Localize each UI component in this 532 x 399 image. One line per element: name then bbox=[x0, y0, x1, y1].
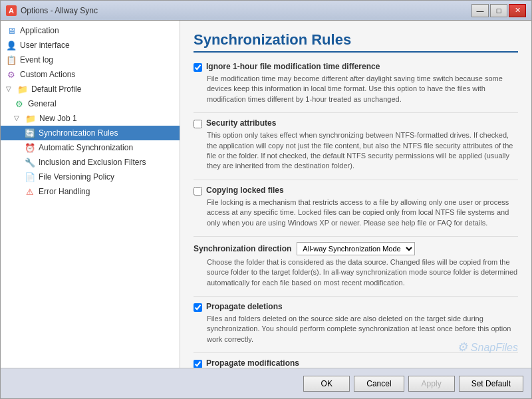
sidebar-label-error-handling: Error Handling bbox=[39, 187, 90, 196]
sidebar-label-inclusion-exclusion: Inclusion and Exclusion Filters bbox=[39, 158, 146, 167]
sidebar-item-error-handling[interactable]: ⚠ Error Handling bbox=[1, 184, 180, 199]
option-security-attributes: Security attributes This option only tak… bbox=[194, 118, 518, 172]
sidebar-label-sync-rules: Synchronization Rules bbox=[39, 128, 118, 138]
sidebar-label-user-interface: User interface bbox=[20, 41, 70, 50]
divider-4 bbox=[194, 296, 518, 297]
sidebar-item-general[interactable]: ⚙ General bbox=[1, 96, 180, 111]
option-security-header: Security attributes bbox=[194, 118, 518, 128]
maximize-button[interactable]: □ bbox=[490, 4, 507, 17]
sidebar-label-default-profile: Default Profile bbox=[31, 84, 81, 94]
sidebar-label-general: General bbox=[28, 99, 57, 108]
sidebar-item-event-log[interactable]: 📋 Event log bbox=[1, 53, 180, 67]
default-profile-icon: 📁 bbox=[17, 84, 28, 94]
sidebar-label-application: Application bbox=[20, 26, 59, 35]
option-propagate-deletions-header: Propagate deletions bbox=[194, 302, 518, 312]
expand-icon-new-job-1: ▽ bbox=[14, 114, 22, 122]
checkbox-ignore-1hour[interactable] bbox=[194, 63, 202, 72]
auto-sync-icon: ⏰ bbox=[25, 142, 35, 153]
window-controls: — □ ✕ bbox=[471, 4, 526, 17]
desc-sync-direction: Choose the folder that is considered as … bbox=[207, 257, 518, 288]
window-title: Options - Allway Sync bbox=[21, 6, 98, 15]
cancel-button[interactable]: Cancel bbox=[354, 376, 404, 392]
apply-button[interactable]: Apply bbox=[408, 376, 455, 392]
new-job-1-icon: 📁 bbox=[25, 113, 36, 124]
label-copying-locked: Copying locked files bbox=[206, 186, 284, 195]
general-icon: ⚙ bbox=[14, 98, 25, 109]
app-icon: A bbox=[6, 5, 17, 16]
user-interface-icon: 👤 bbox=[6, 40, 17, 51]
divider-1 bbox=[194, 112, 518, 113]
desc-security-attributes: This option only takes effect when synch… bbox=[207, 130, 518, 172]
sidebar-item-file-versioning[interactable]: 📄 File Versioning Policy bbox=[1, 170, 180, 184]
close-button[interactable]: ✕ bbox=[509, 4, 526, 17]
sidebar-item-application[interactable]: 🖥 Application bbox=[1, 23, 180, 38]
label-propagate-deletions: Propagate deletions bbox=[206, 302, 283, 311]
main-content: 🖥 Application 👤 User interface 📋 Event l… bbox=[1, 21, 531, 368]
sidebar-label-new-job-1: New Job 1 bbox=[39, 114, 77, 123]
sync-direction-row: Synchronization direction All-way Synchr… bbox=[194, 242, 518, 255]
ok-button[interactable]: OK bbox=[303, 376, 350, 392]
sidebar-label-event-log: Event log bbox=[20, 55, 53, 65]
option-propagate-deletions: Propagate deletions Files and folders de… bbox=[194, 302, 518, 344]
option-sync-direction: Synchronization direction All-way Synchr… bbox=[194, 242, 518, 288]
sync-direction-select[interactable]: All-way Synchronization Mode Left to Rig… bbox=[297, 242, 415, 255]
title-bar: A Options - Allway Sync — □ ✕ bbox=[1, 1, 531, 21]
sidebar-item-sync-rules[interactable]: 🔄 Synchronization Rules bbox=[1, 126, 180, 140]
desc-ignore-1hour: File modification time may become differ… bbox=[207, 74, 518, 104]
filter-icon: 🔧 bbox=[25, 157, 35, 168]
label-propagate-modifications: Propagate modifications bbox=[206, 358, 299, 368]
option-ignore-1hour: Ignore 1-hour file modification time dif… bbox=[194, 62, 518, 104]
error-handling-icon: ⚠ bbox=[25, 186, 35, 197]
option-copying-locked-header: Copying locked files bbox=[194, 186, 518, 196]
footer: OK Cancel Apply Set Default bbox=[1, 368, 531, 398]
sidebar-item-user-interface[interactable]: 👤 User interface bbox=[1, 38, 180, 53]
divider-2 bbox=[194, 180, 518, 180]
expand-icon-default-profile: ▽ bbox=[6, 85, 14, 93]
sync-direction-label: Synchronization direction bbox=[194, 244, 291, 253]
checkbox-copying-locked[interactable] bbox=[194, 187, 202, 196]
sidebar-item-inclusion-exclusion[interactable]: 🔧 Inclusion and Exclusion Filters bbox=[1, 155, 180, 170]
sidebar: 🖥 Application 👤 User interface 📋 Event l… bbox=[1, 21, 180, 368]
option-propagate-modifications: Propagate modifications Files and folder… bbox=[194, 358, 518, 368]
event-log-icon: 📋 bbox=[6, 55, 17, 65]
sidebar-item-auto-sync[interactable]: ⏰ Automatic Synchronization bbox=[1, 140, 180, 155]
label-ignore-1hour: Ignore 1-hour file modification time dif… bbox=[206, 62, 380, 71]
file-versioning-icon: 📄 bbox=[25, 172, 35, 182]
option-ignore-1hour-header: Ignore 1-hour file modification time dif… bbox=[194, 62, 518, 72]
title-bar-left: A Options - Allway Sync bbox=[6, 5, 98, 16]
sidebar-item-new-job-1[interactable]: ▽ 📁 New Job 1 bbox=[1, 111, 180, 126]
application-icon: 🖥 bbox=[6, 25, 17, 36]
sidebar-label-auto-sync: Automatic Synchronization bbox=[39, 143, 133, 152]
sidebar-label-file-versioning: File Versioning Policy bbox=[39, 172, 114, 182]
option-copying-locked: Copying locked files File locking is a m… bbox=[194, 186, 518, 228]
divider-3 bbox=[194, 236, 518, 237]
checkbox-propagate-deletions[interactable] bbox=[194, 303, 202, 312]
options-window: A Options - Allway Sync — □ ✕ 🖥 Applicat… bbox=[0, 0, 532, 399]
label-security-attributes: Security attributes bbox=[206, 118, 276, 128]
minimize-button[interactable]: — bbox=[471, 4, 489, 17]
checkbox-security-attributes[interactable] bbox=[194, 120, 202, 128]
page-title: Synchronization Rules bbox=[194, 31, 518, 53]
desc-propagate-deletions: Files and folders deleted on the source … bbox=[207, 314, 518, 344]
custom-actions-icon: ⚙ bbox=[6, 69, 17, 80]
sidebar-item-custom-actions[interactable]: ⚙ Custom Actions bbox=[1, 67, 180, 82]
set-default-button[interactable]: Set Default bbox=[459, 376, 523, 392]
checkbox-propagate-modifications[interactable] bbox=[194, 360, 202, 368]
sidebar-label-custom-actions: Custom Actions bbox=[20, 70, 75, 79]
content-panel: Synchronization Rules Ignore 1-hour file… bbox=[180, 21, 531, 368]
sidebar-item-default-profile[interactable]: ▽ 📁 Default Profile bbox=[1, 82, 180, 96]
desc-copying-locked: File locking is a mechanism that restric… bbox=[207, 198, 518, 228]
sync-rules-icon: 🔄 bbox=[25, 128, 35, 138]
divider-5 bbox=[194, 352, 518, 353]
option-propagate-modifications-header: Propagate modifications bbox=[194, 358, 518, 368]
